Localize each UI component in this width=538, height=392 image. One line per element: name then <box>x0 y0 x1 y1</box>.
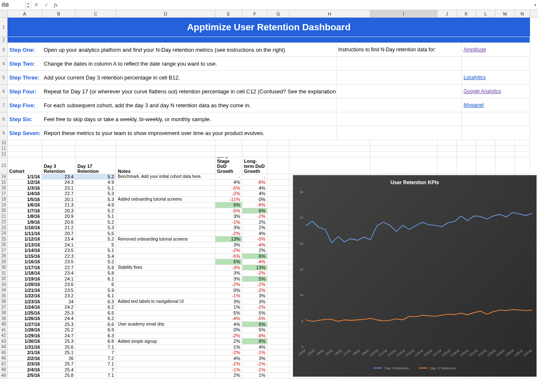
col-header-L[interactable]: L <box>476 10 496 17</box>
cell[interactable]: 1/21/16 <box>8 288 42 294</box>
step-label[interactable]: Step Five: <box>8 98 42 112</box>
cell[interactable]: 1/25/16 <box>8 310 42 316</box>
cell[interactable]: 24.2 <box>42 305 76 310</box>
cell[interactable]: Benchmark. Add your initial cohort data … <box>116 174 215 180</box>
row-header[interactable]: 3 <box>0 43 8 57</box>
cell[interactable]: 1/3/16 <box>8 185 42 191</box>
cell[interactable]: 1% <box>215 305 242 310</box>
cell[interactable] <box>268 259 289 265</box>
cell[interactable]: 1/24/16 <box>8 305 42 310</box>
cell[interactable]: Added text labels to navigational UI <box>116 299 215 305</box>
cell[interactable] <box>116 208 215 214</box>
cell[interactable] <box>437 146 457 152</box>
cell[interactable]: 0% <box>215 288 242 294</box>
cell[interactable] <box>116 356 215 362</box>
cell[interactable] <box>116 310 215 316</box>
row-header[interactable]: 29 <box>0 259 8 265</box>
cell[interactable] <box>116 367 215 373</box>
cell[interactable] <box>268 356 289 362</box>
cell[interactable]: 2/2/16 <box>8 356 42 362</box>
cell[interactable]: 23.4 <box>42 236 76 242</box>
cell[interactable] <box>116 220 215 225</box>
col-header-K[interactable]: K <box>457 10 476 17</box>
cell[interactable]: 3% <box>215 242 242 248</box>
cell[interactable]: 5.4 <box>76 254 116 260</box>
cell[interactable]: 1/7/16 <box>8 208 42 214</box>
step-instruction[interactable]: Add your current Day 3 retention percent… <box>42 71 337 85</box>
cell[interactable]: 3% <box>242 293 268 299</box>
cell[interactable]: 5.2 <box>76 220 116 225</box>
cell[interactable]: 5.1 <box>76 214 116 220</box>
confirm-icon[interactable]: ✓ <box>41 0 51 10</box>
cell[interactable]: 5.3 <box>76 197 116 203</box>
cell[interactable]: 5.1 <box>76 185 116 191</box>
cell[interactable]: 2/1/16 <box>8 350 42 356</box>
col-header-M[interactable]: M <box>496 10 515 17</box>
row-header[interactable]: 28 <box>0 254 8 260</box>
select-all-corner[interactable] <box>0 10 8 17</box>
cell[interactable]: -1% <box>242 367 268 373</box>
cell[interactable] <box>116 146 215 152</box>
row-header[interactable]: 48 <box>0 367 8 373</box>
header-long[interactable]: Long-term DoD Growth <box>242 157 268 174</box>
cell[interactable] <box>289 146 370 152</box>
cell[interactable] <box>268 197 289 203</box>
cell[interactable]: -2% <box>242 282 268 288</box>
analytics-link[interactable]: Amplitude <box>464 47 486 53</box>
cell[interactable]: 2% <box>242 248 268 254</box>
cell[interactable] <box>116 327 215 333</box>
cell[interactable]: 1/4/16 <box>8 191 42 197</box>
row-header[interactable]: 32 <box>0 276 8 282</box>
cell[interactable]: 1/20/16 <box>8 282 42 288</box>
cell[interactable]: -1% <box>215 367 242 373</box>
cell[interactable] <box>476 157 496 174</box>
cell[interactable] <box>268 242 289 248</box>
cell[interactable]: 2% <box>242 225 268 231</box>
cell[interactable] <box>116 373 215 379</box>
cell[interactable] <box>289 151 370 157</box>
cell[interactable]: -2% <box>242 214 268 220</box>
cell[interactable] <box>116 151 215 157</box>
cell[interactable]: 5.3 <box>76 225 116 231</box>
cell[interactable]: 1/12/16 <box>8 236 42 242</box>
cell[interactable]: 24.3 <box>42 180 76 185</box>
cell[interactable]: 0% <box>215 327 242 333</box>
cell[interactable]: -2% <box>215 191 242 197</box>
cell[interactable] <box>268 305 289 310</box>
col-header-C[interactable]: C <box>76 10 116 17</box>
cell[interactable]: 1/31/16 <box>8 344 42 350</box>
cell[interactable]: 6% <box>242 254 268 260</box>
row-header[interactable]: 34 <box>0 288 8 294</box>
cell[interactable] <box>42 146 76 152</box>
step-instruction[interactable]: Feel free to skip days or take a weekly,… <box>42 112 337 126</box>
cell[interactable]: 24 <box>42 299 76 305</box>
cell[interactable]: 23.5 <box>42 259 76 265</box>
cell[interactable]: 22.7 <box>42 191 76 197</box>
row-header[interactable]: 41 <box>0 327 8 333</box>
cell[interactable]: 6.1 <box>76 276 116 282</box>
header-notes[interactable]: Notes <box>116 157 215 174</box>
cell[interactable] <box>268 185 289 191</box>
cell[interactable] <box>116 214 215 220</box>
cell[interactable]: 1/16/16 <box>8 259 42 265</box>
cell[interactable]: 4% <box>215 180 242 185</box>
row-header[interactable]: 27 <box>0 248 8 254</box>
cell[interactable]: 23.6 <box>42 282 76 288</box>
cell[interactable]: 5% <box>242 310 268 316</box>
cell[interactable] <box>242 140 268 146</box>
cell[interactable] <box>268 157 289 174</box>
cell[interactable] <box>42 140 76 146</box>
row-header[interactable]: 39 <box>0 316 8 322</box>
cell[interactable] <box>476 140 496 146</box>
side-cell[interactable] <box>337 57 462 71</box>
cell[interactable] <box>268 322 289 328</box>
side-link-cell[interactable]: Mixpanel <box>462 98 530 112</box>
cell[interactable]: 7.1 <box>76 344 116 350</box>
cell[interactable]: 5.2 <box>76 174 116 180</box>
cell[interactable] <box>496 140 515 146</box>
side-link-cell[interactable] <box>462 112 530 126</box>
cell[interactable] <box>116 140 215 146</box>
side-cell[interactable] <box>337 112 462 126</box>
side-cell[interactable]: Instructions to find N-Day retention dat… <box>337 43 462 57</box>
cell[interactable]: 25.3 <box>42 310 76 316</box>
